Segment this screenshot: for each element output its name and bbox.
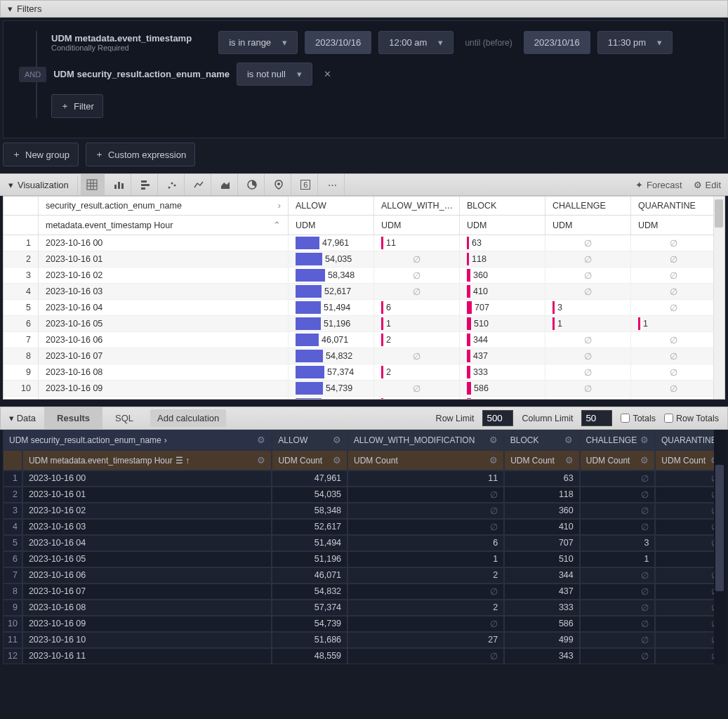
gear-icon[interactable]: ⚙ [333,435,341,445]
pivot-field-header[interactable]: security_result.action_enum_name› [39,197,289,215]
filter-op-select[interactable]: is in range [218,31,298,54]
remove-filter-icon[interactable]: ✕ [319,69,336,79]
row-totals-checkbox[interactable]: Row Totals [664,414,719,423]
col-header[interactable]: CHALLENGE [545,197,631,215]
gear-icon[interactable]: ⚙ [640,435,649,445]
pie-chart-icon[interactable] [241,174,265,195]
edit-button[interactable]: ⚙Edit [694,180,721,190]
table-row[interactable]: 82023-10-16 0754,832∅437∅∅ [4,348,724,364]
table-row[interactable]: 22023-10-16 0154,035∅118∅∅ [3,487,725,503]
single-value-icon[interactable]: 6 [294,174,318,195]
table-row[interactable]: 52023-10-16 0451,49467073∅ [4,300,724,316]
filter-until-label: until (before) [461,38,516,48]
table-row[interactable]: 62023-10-16 0551,196151011 [3,551,725,567]
chevron-right-icon: › [278,201,281,211]
table-row[interactable]: 12023-10-16 0047,9611163∅∅ [4,235,724,251]
tab-results[interactable]: Results [44,407,102,429]
visualization-section-header[interactable]: ▾ Visualization [0,176,78,194]
new-group-button[interactable]: ＋New group [3,143,79,166]
table-vis-icon[interactable] [81,174,105,195]
data-section-header[interactable]: ▾ Data [1,409,44,428]
table-row[interactable]: 32023-10-16 0258,348∅360∅∅ [3,503,725,519]
table-row[interactable]: 72023-10-16 0646,0712344∅∅ [3,567,725,583]
sub-header: UDM [545,216,631,235]
table-row[interactable]: 52023-10-16 0451,49467073∅ [3,535,725,551]
col-header[interactable]: ALLOW⚙ [272,430,348,450]
add-filter-button[interactable]: ＋Filter [51,94,103,118]
filter-date-to[interactable]: 2023/10/16 [524,31,590,54]
table-row[interactable]: 122023-10-16 1148,559∅343∅∅ [3,648,725,664]
col-header[interactable]: BLOCK [460,197,545,215]
svg-point-16 [277,183,280,185]
data-grid: UDM security_result.action_enum_name ›⚙ … [3,430,725,664]
filter-field-label: UDM metadata.event_timestamp [51,33,192,44]
column-chart-icon[interactable] [107,174,131,195]
sub-header[interactable]: UDM Count⚙ [580,450,656,470]
row-header[interactable]: UDM metadata.event_timestamp Hour ☰ ↑⚙ [22,450,272,470]
col-header[interactable]: ALLOW_WITH_… [374,197,460,215]
gear-icon[interactable]: ⚙ [640,455,649,466]
table-row[interactable]: 102023-10-16 0954,739∅586∅∅ [3,616,725,632]
caret-down-icon: ▾ [8,4,13,14]
table-row[interactable]: 92023-10-16 0857,3742333∅∅ [3,600,725,616]
table-row[interactable]: 92023-10-16 0857,3742333∅∅ [4,364,724,381]
col-header[interactable]: ALLOW_WITH_MODIFICATION⚙ [348,430,504,450]
row-field-header[interactable]: metadata.event_timestamp Hour⌃ [39,216,289,235]
line-chart-icon[interactable] [187,174,211,195]
table-row[interactable]: 112023-10-16 1051,68627499∅∅ [3,632,725,648]
plus-icon: ＋ [95,148,104,161]
table-row[interactable]: 62023-10-16 0551,196151011 [4,316,724,332]
gear-icon[interactable]: ⚙ [565,455,574,466]
table-row[interactable]: 72023-10-16 0646,0712344∅∅ [4,332,724,348]
col-header[interactable]: CHALLENGE⚙ [579,430,655,450]
svg-rect-8 [141,180,147,183]
forecast-button[interactable]: ✦Forecast [635,180,682,190]
filter-date-from[interactable]: 2023/10/16 [305,31,371,54]
custom-expression-button[interactable]: ＋Custom expression [86,143,195,166]
tab-sql[interactable]: SQL [102,407,146,429]
gear-icon[interactable]: ⚙ [489,435,498,445]
col-header[interactable]: QUARANTINE [631,197,717,215]
table-row[interactable]: 42023-10-16 0352,617∅410∅∅ [4,284,724,300]
gear-icon[interactable]: ⚙ [564,435,573,445]
map-chart-icon[interactable] [267,174,291,195]
table-row[interactable]: 42023-10-16 0352,617∅410∅∅ [3,519,725,535]
svg-rect-7 [121,183,124,189]
table-row[interactable]: 82023-10-16 0754,832∅437∅∅ [3,583,725,600]
table-row[interactable]: 112023-10-16 1051,68627499∅∅ [4,397,724,400]
col-header[interactable]: BLOCK⚙ [504,430,580,450]
col-limit-input[interactable] [581,410,612,426]
data-section-bar: ▾ Data Results SQL Add calculation Row L… [0,407,728,430]
filter-time-from[interactable]: 12:00 am [378,31,454,54]
gear-icon[interactable]: ⚙ [257,455,265,466]
add-calculation-button[interactable]: Add calculation [150,409,226,427]
gear-icon[interactable]: ⚙ [257,435,265,445]
filter-time-to[interactable]: 11:30 pm [597,31,673,54]
col-header[interactable]: ALLOW [289,197,374,215]
forecast-icon: ✦ [635,180,643,190]
area-chart-icon[interactable] [214,174,238,195]
scrollbar[interactable] [714,430,725,664]
gear-icon[interactable]: ⚙ [333,455,341,466]
gear-icon[interactable]: ⚙ [489,455,498,466]
scrollbar[interactable] [713,197,724,399]
table-row[interactable]: 12023-10-16 0047,9611163∅∅ [3,470,725,487]
sub-header[interactable]: UDM Count⚙ [348,450,504,470]
scatter-chart-icon[interactable] [161,174,185,195]
svg-point-11 [168,187,171,189]
row-limit-input[interactable] [482,410,513,426]
table-row[interactable]: 102023-10-16 0954,739∅586∅∅ [4,381,724,397]
svg-rect-10 [141,187,145,190]
filters-section-header[interactable]: ▾ Filters [0,0,728,18]
more-vis-icon[interactable]: ⋯ [321,174,345,195]
bar-chart-icon[interactable] [134,174,158,195]
sub-header[interactable]: UDM Count⚙ [504,450,580,470]
totals-checkbox[interactable]: Totals [621,414,656,423]
table-row[interactable]: 32023-10-16 0258,348∅360∅∅ [4,268,724,284]
table-row[interactable]: 22023-10-16 0154,035∅118∅∅ [4,251,724,268]
plus-icon: ＋ [12,148,21,161]
pivot-header[interactable]: UDM security_result.action_enum_name ›⚙ [3,430,272,450]
filter-op-select[interactable]: is not null [237,62,312,86]
svg-rect-5 [114,185,117,189]
sub-header[interactable]: UDM Count⚙ [272,450,348,470]
